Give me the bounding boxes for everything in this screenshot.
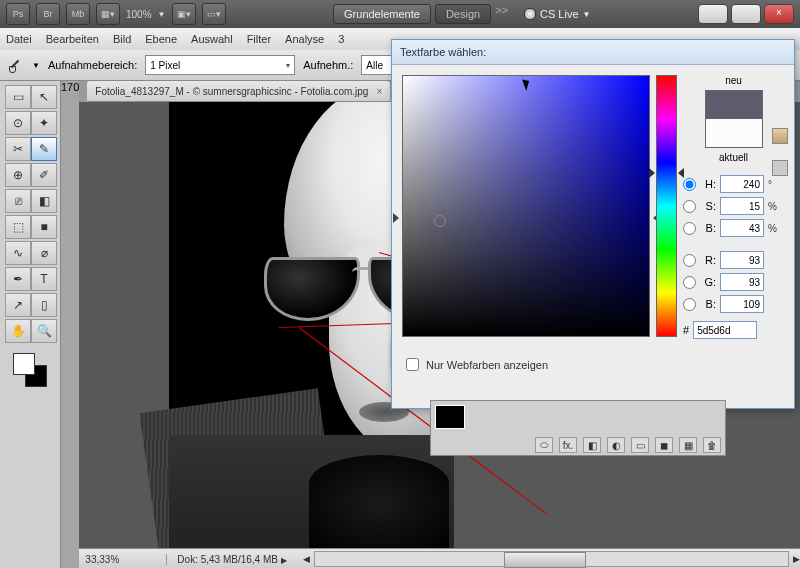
hue-slider[interactable] xyxy=(656,75,677,337)
tool-6[interactable]: ⊕ xyxy=(5,163,31,187)
tool-4[interactable]: ✂ xyxy=(5,137,31,161)
tool-3[interactable]: ✦ xyxy=(31,111,57,135)
input-hex[interactable] xyxy=(693,321,757,339)
tool-7[interactable]: ✐ xyxy=(31,163,57,187)
screen-mode-icon[interactable]: ▭▾ xyxy=(202,3,226,25)
color-current-label: aktuell xyxy=(719,152,748,163)
workspace-more-icon[interactable]: >> xyxy=(495,4,508,24)
tool-panel: ▭↖⊙✦✂✎⊕✐⎚◧⬚■∿⌀✒T↗▯✋🔍 xyxy=(0,81,61,568)
web-colors-only[interactable]: Nur Webfarben anzeigen xyxy=(402,355,794,374)
slice-icon[interactable] xyxy=(772,160,788,176)
doc-size-value: 5,43 MB/16,4 MB xyxy=(201,554,278,565)
sample-size-label: Aufnahmebereich: xyxy=(48,59,137,71)
tool-14[interactable]: ✒ xyxy=(5,267,31,291)
menu-analyse[interactable]: Analyse xyxy=(285,33,324,45)
input-r[interactable] xyxy=(720,251,764,269)
label-h: H: xyxy=(700,178,716,190)
label-g: G: xyxy=(700,276,716,288)
menu-bild[interactable]: Bild xyxy=(113,33,131,45)
hue-cursor-right-icon[interactable] xyxy=(678,168,684,178)
window-maximize[interactable]: □ xyxy=(731,4,761,24)
status-bar: 33,33% Dok: 5,43 MB/16,4 MB ▶ ◀ ▶ xyxy=(79,548,800,568)
sample-size-dropdown[interactable]: 1 Pixel xyxy=(145,55,295,75)
unit-s: % xyxy=(768,201,780,212)
workspace-design[interactable]: Design xyxy=(435,4,491,24)
panel-icon-2[interactable]: ◧ xyxy=(583,437,601,453)
radio-s[interactable] xyxy=(683,200,696,213)
horizontal-scrollbar[interactable] xyxy=(314,551,789,567)
scroll-thumb[interactable] xyxy=(504,552,586,568)
tool-10[interactable]: ⬚ xyxy=(5,215,31,239)
unit-b: % xyxy=(768,223,780,234)
document-tab[interactable]: Fotolia_4813297_M - © sumnersgraphicsinc… xyxy=(87,81,390,102)
tool-15[interactable]: T xyxy=(31,267,57,291)
web-colors-checkbox[interactable] xyxy=(406,358,419,371)
panel-icon-4[interactable]: ▭ xyxy=(631,437,649,453)
tool-12[interactable]: ∿ xyxy=(5,241,31,265)
input-b[interactable] xyxy=(720,219,764,237)
hue-cursor-left-icon[interactable] xyxy=(649,168,655,178)
tool-8[interactable]: ⎚ xyxy=(5,189,31,213)
close-icon[interactable]: × xyxy=(376,86,382,97)
saturation-value-field[interactable] xyxy=(402,75,650,337)
input-h[interactable] xyxy=(720,175,764,193)
tool-19[interactable]: 🔍 xyxy=(31,319,57,343)
panel-icon-5[interactable]: ◼ xyxy=(655,437,673,453)
radio-r[interactable] xyxy=(683,254,696,267)
panel-icon-1[interactable]: fx. xyxy=(559,437,577,453)
tool-11[interactable]: ■ xyxy=(31,215,57,239)
arrange-icon[interactable]: ▣▾ xyxy=(172,3,196,25)
zoom-field[interactable]: 33,33% xyxy=(79,554,167,565)
sv-arrow-left-icon xyxy=(393,213,399,223)
label-s: S: xyxy=(700,200,716,212)
input-s[interactable] xyxy=(720,197,764,215)
zoom-display[interactable]: 100% xyxy=(126,9,152,20)
layout-icon[interactable]: ▦▾ xyxy=(96,3,120,25)
sv-cursor-icon[interactable] xyxy=(434,215,446,227)
panel-icon-3[interactable]: ◐ xyxy=(607,437,625,453)
panel-icon-7[interactable]: 🗑 xyxy=(703,437,721,453)
cube-icon[interactable] xyxy=(772,128,788,144)
bridge-icon[interactable]: Br xyxy=(36,3,60,25)
input-g[interactable] xyxy=(720,273,764,291)
menu-3d[interactable]: 3 xyxy=(338,33,344,45)
dialog-title[interactable]: Textfarbe wählen: xyxy=(392,40,794,65)
color-compare[interactable] xyxy=(705,90,763,148)
menu-datei[interactable]: Datei xyxy=(6,33,32,45)
panel-icon-6[interactable]: ▦ xyxy=(679,437,697,453)
tool-17[interactable]: ▯ xyxy=(31,293,57,317)
menu-bearbeiten[interactable]: Bearbeiten xyxy=(46,33,99,45)
tool-5[interactable]: ✎ xyxy=(31,137,57,161)
label-b: B: xyxy=(700,222,716,234)
radio-h[interactable] xyxy=(683,178,696,191)
window-minimize[interactable]: – xyxy=(698,4,728,24)
radio-bc[interactable] xyxy=(683,298,696,311)
foreground-swatch[interactable] xyxy=(13,353,35,375)
cs-live[interactable]: CS Live▼ xyxy=(524,8,590,20)
menu-filter[interactable]: Filter xyxy=(247,33,271,45)
tool-9[interactable]: ◧ xyxy=(31,189,57,213)
panel-icon-0[interactable]: ⬭ xyxy=(535,437,553,453)
tool-2[interactable]: ⊙ xyxy=(5,111,31,135)
menu-ebene[interactable]: Ebene xyxy=(145,33,177,45)
input-bc[interactable] xyxy=(720,295,764,313)
eyedropper-tool-icon xyxy=(6,56,24,74)
tool-13[interactable]: ⌀ xyxy=(31,241,57,265)
tool-0[interactable]: ▭ xyxy=(5,85,31,109)
tool-1[interactable]: ↖ xyxy=(31,85,57,109)
color-swatches[interactable] xyxy=(11,351,49,389)
color-picker-dialog: Textfarbe wählen: neu aktuell H:° S:% xyxy=(391,39,795,409)
color-new-label: neu xyxy=(725,75,742,86)
tool-18[interactable]: ✋ xyxy=(5,319,31,343)
menu-auswahl[interactable]: Auswahl xyxy=(191,33,233,45)
window-close[interactable]: × xyxy=(764,4,794,24)
label-r: R: xyxy=(700,254,716,266)
minibridge-icon[interactable]: Mb xyxy=(66,3,90,25)
workspace-essentials[interactable]: Grundelemente xyxy=(333,4,431,24)
radio-b[interactable] xyxy=(683,222,696,235)
sample-mode-label: Aufnehm.: xyxy=(303,59,353,71)
radio-g[interactable] xyxy=(683,276,696,289)
app-icon: Ps xyxy=(6,3,30,25)
layer-thumb[interactable] xyxy=(435,405,465,429)
tool-16[interactable]: ↗ xyxy=(5,293,31,317)
